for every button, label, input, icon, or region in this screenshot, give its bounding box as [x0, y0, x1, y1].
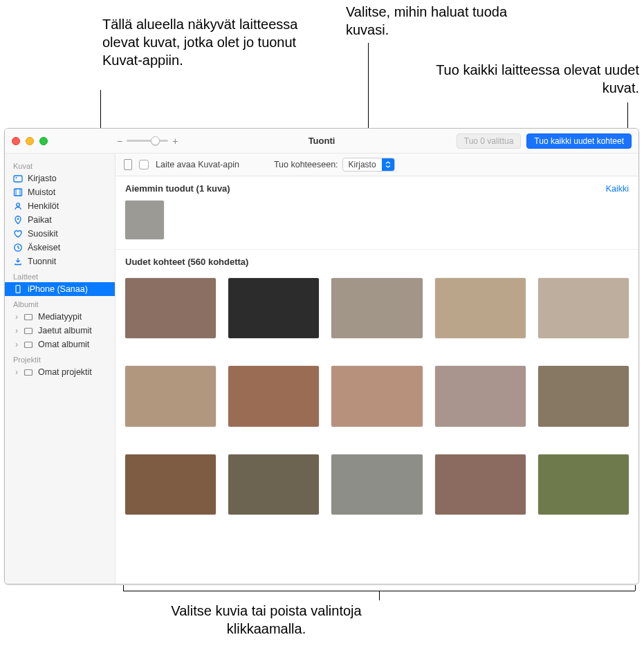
- thumbnail-zoom-slider[interactable]: − +: [117, 136, 178, 147]
- sidebar-section-photos: Kuvat: [5, 158, 115, 172]
- photo-thumbnail[interactable]: [538, 454, 629, 515]
- photo-thumbnail[interactable]: [435, 454, 526, 515]
- import-options-bar: Laite avaa Kuvat-apin Tuo kohteeseen: Ki…: [116, 154, 638, 176]
- sidebar-item-my-projects[interactable]: › Omat projektit: [5, 365, 115, 379]
- section-title: Uudet kohteet (560 kohdetta): [125, 257, 248, 267]
- folder-icon: [24, 326, 33, 335]
- library-icon: [13, 174, 23, 183]
- sidebar-item-label: Jaetut albumit: [38, 326, 92, 335]
- sidebar-item-label: Äskeiset: [28, 243, 60, 252]
- open-app-checkbox[interactable]: [139, 160, 149, 169]
- photo-thumbnail[interactable]: [228, 366, 319, 426]
- chevron-right-icon: ›: [13, 312, 20, 322]
- photo-thumbnail[interactable]: [125, 201, 164, 239]
- chevron-right-icon: ›: [13, 340, 20, 349]
- window-body: Kuvat Kirjasto Muistot Henkilöt: [5, 154, 638, 584]
- folder-icon: [24, 312, 33, 322]
- sidebar-item-media-types[interactable]: › Mediatyypit: [5, 310, 115, 324]
- sidebar-item-places[interactable]: Paikat: [5, 213, 115, 227]
- import-all-new-button[interactable]: Tuo kaikki uudet kohteet: [526, 133, 632, 149]
- sidebar-item-label: Omat albumit: [38, 340, 89, 349]
- zoom-out-icon: −: [117, 136, 122, 147]
- sidebar-item-recents[interactable]: Äskeiset: [5, 241, 115, 255]
- sidebar-item-label: Kirjasto: [28, 174, 57, 183]
- dest-label: Tuo kohteeseen:: [274, 160, 338, 169]
- callout-bracket: [635, 585, 636, 591]
- sidebar-item-label: Mediatyypit: [38, 312, 82, 322]
- photo-thumbnail[interactable]: [331, 278, 422, 338]
- dest-popup-value: Kirjasto: [343, 160, 382, 169]
- sidebar-item-library[interactable]: Kirjasto: [5, 172, 115, 185]
- callout-select-photos: Valitse kuvia tai poista valintoja klikk…: [152, 602, 380, 638]
- svg-rect-11: [25, 370, 33, 376]
- photo-thumbnail[interactable]: [125, 454, 216, 515]
- chevron-right-icon: ›: [13, 367, 20, 377]
- svg-point-7: [17, 291, 18, 292]
- callout-import-all: Tuo kaikki laitteessa olevat uudet kuvat…: [432, 61, 639, 97]
- sidebar-item-shared-albums[interactable]: › Jaetut albumit: [5, 324, 115, 338]
- section-previously-imported: Aiemmin tuodut (1 kuva) Kaikki: [116, 176, 638, 198]
- photo-thumbnail[interactable]: [435, 278, 526, 338]
- folder-icon: [24, 340, 33, 349]
- svg-rect-9: [25, 329, 33, 334]
- svg-point-3: [17, 203, 20, 207]
- sidebar-item-device[interactable]: iPhone (Sanaa): [5, 282, 115, 296]
- section-new-items: Uudet kohteet (560 kohdetta): [116, 250, 638, 271]
- svg-rect-0: [14, 176, 22, 182]
- toolbar-right: Tuo 0 valittua Tuo kaikki uudet kohteet: [457, 133, 632, 149]
- svg-point-4: [17, 218, 19, 220]
- photo-thumbnail[interactable]: [538, 366, 629, 426]
- zoom-track[interactable]: [127, 140, 168, 142]
- places-icon: [13, 215, 23, 225]
- svg-point-1: [16, 177, 17, 178]
- app-window: − + Tuonti Tuo 0 valittua Tuo kaikki uud…: [4, 128, 639, 584]
- photo-thumbnail[interactable]: [331, 454, 422, 515]
- iphone-icon: [13, 284, 23, 294]
- zoom-button[interactable]: [39, 137, 48, 145]
- import-selected-button[interactable]: Tuo 0 valittua: [457, 133, 522, 149]
- open-app-label: Laite avaa Kuvat-apin: [156, 160, 239, 169]
- zoom-knob[interactable]: [151, 136, 160, 145]
- sidebar-item-label: iPhone (Sanaa): [28, 284, 88, 294]
- photo-thumbnail[interactable]: [125, 366, 216, 426]
- memories-icon: [13, 187, 23, 197]
- traffic-lights: [12, 137, 48, 145]
- callout-imported-area: Tällä alueella näkyvät laitteessa olevat…: [102, 15, 310, 69]
- sidebar-item-label: Suosikit: [28, 229, 58, 239]
- photo-thumbnail[interactable]: [228, 454, 319, 515]
- sidebar-item-imports[interactable]: Tuonnit: [5, 255, 115, 268]
- sidebar-item-memories[interactable]: Muistot: [5, 185, 115, 199]
- chevron-right-icon: ›: [13, 326, 20, 335]
- sidebar-item-my-albums[interactable]: › Omat albumit: [5, 338, 115, 351]
- clock-icon: [13, 243, 23, 252]
- chevron-updown-icon: [382, 158, 394, 171]
- photo-thumbnail[interactable]: [228, 278, 319, 338]
- photo-thumbnail[interactable]: [125, 278, 216, 338]
- photo-scroll-area[interactable]: Aiemmin tuodut (1 kuva) Kaikki Uudet koh…: [116, 176, 638, 584]
- sidebar-item-favorites[interactable]: Suosikit: [5, 227, 115, 241]
- photo-thumbnail[interactable]: [435, 366, 526, 426]
- close-button[interactable]: [12, 137, 20, 145]
- titlebar: − + Tuonti Tuo 0 valittua Tuo kaikki uud…: [5, 129, 638, 154]
- zoom-in-icon: +: [172, 136, 178, 147]
- callout-line: [627, 102, 628, 129]
- photo-thumbnail[interactable]: [538, 278, 629, 338]
- previously-imported-row: [116, 198, 638, 250]
- folder-icon: [24, 367, 33, 377]
- import-icon: [13, 257, 23, 266]
- sidebar-item-label: Henkilöt: [28, 201, 59, 211]
- photo-thumbnail[interactable]: [331, 366, 422, 426]
- heart-icon: [13, 229, 23, 239]
- people-icon: [13, 201, 23, 211]
- sidebar-section-albums: Albumit: [5, 296, 115, 310]
- dest-popup[interactable]: Kirjasto: [342, 158, 395, 172]
- sidebar: Kuvat Kirjasto Muistot Henkilöt: [5, 154, 116, 584]
- callout-bracket: [123, 585, 124, 591]
- svg-rect-10: [25, 342, 33, 348]
- svg-rect-8: [25, 315, 33, 320]
- sidebar-section-devices: Laitteet: [5, 268, 115, 282]
- sidebar-item-people[interactable]: Henkilöt: [5, 199, 115, 213]
- show-all-link[interactable]: Kaikki: [606, 184, 629, 194]
- minimize-button[interactable]: [26, 137, 34, 145]
- callout-choose-dest: Valitse, mihin haluat tuoda kuvasi.: [346, 3, 526, 39]
